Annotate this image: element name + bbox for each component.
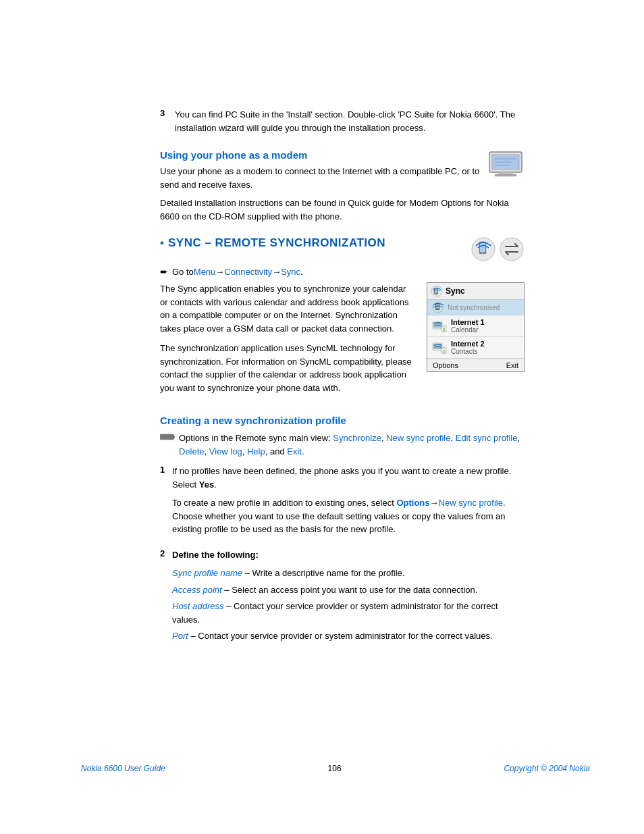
create-section: Creating a new synchronization profile O…: [160, 415, 525, 646]
phone-title: Sync: [446, 286, 465, 296]
phone-internet1-svg: ↕: [432, 319, 447, 333]
create-step1-text: If no profiles have been defined, the ph…: [172, 465, 525, 542]
options-line-text: Options in the Remote sync main view: Sy…: [179, 432, 525, 458]
comma2: ,: [450, 433, 455, 443]
phone-options-btn[interactable]: Options: [433, 361, 458, 369]
goto-arrow2: →: [272, 267, 281, 277]
step1-yes: Yes: [199, 479, 214, 490]
page: 3 You can find PC Suite in the 'Install'…: [0, 0, 644, 834]
option-delete[interactable]: Delete: [179, 446, 205, 457]
step-3-text: You can find PC Suite in the 'Install' s…: [175, 108, 525, 134]
goto-period: .: [300, 267, 303, 277]
modem-icon: [487, 149, 525, 181]
phone-row1-icon: [431, 301, 445, 313]
comma6: , and: [265, 446, 288, 457]
options-line: Options in the Remote sync main view: Sy…: [160, 432, 525, 458]
phone-internet2-icon: ↕: [431, 341, 448, 355]
phone-status-row: Not synchronised: [427, 300, 524, 315]
comma3: ,: [517, 433, 520, 443]
content-area: 3 You can find PC Suite in the 'Install'…: [79, 0, 565, 694]
options-period: .: [302, 446, 304, 457]
pencil-icon: [160, 432, 175, 444]
step1-text: If no profiles have been defined, the ph…: [172, 466, 511, 490]
phone-internet1-name: Internet 1: [451, 318, 520, 326]
footer-left: Nokia 6600 User Guide: [81, 764, 165, 773]
phone-internet2-name: Internet 2: [451, 340, 520, 348]
modem-title-col: Using your phone as a modem Use your pho…: [160, 149, 480, 197]
goto-arrow-icon: ➨: [160, 266, 168, 277]
goto-line: ➨ Go to Menu → Connectivity → Sync .: [160, 266, 525, 277]
svg-marker-28: [173, 434, 175, 440]
create-step1-para2: To create a new profile in addition to e…: [172, 496, 525, 536]
options-before: Options in the Remote sync main view:: [179, 433, 333, 443]
field4-dash: –: [188, 631, 198, 641]
option-new-sync[interactable]: New sync profile: [386, 433, 450, 443]
phone-title-row: Sync: [427, 283, 524, 300]
modem-title: Using your phone as a modem: [160, 149, 480, 161]
option-help[interactable]: Help: [247, 446, 265, 457]
field-access-name: Access point: [172, 585, 222, 595]
phone-exit-btn[interactable]: Exit: [506, 361, 518, 369]
field-access-point: Access point – Select an access point yo…: [172, 583, 525, 597]
modem-svg-icon: [487, 149, 525, 179]
create-step2-block: 2 Define the following: Sync profile nam…: [160, 548, 525, 646]
footer: Nokia 6600 User Guide 106 Copyright © 20…: [0, 764, 644, 773]
comma5: ,: [242, 446, 247, 457]
define-list: Sync profile name – Write a descriptive …: [172, 567, 525, 643]
phone-screen: Sync Not synchr: [427, 282, 525, 372]
goto-connectivity-link[interactable]: Connectivity: [224, 267, 272, 277]
svg-text:↕: ↕: [443, 348, 446, 353]
field1-desc: Write a descriptive name for the profile…: [252, 568, 405, 578]
svg-rect-14: [435, 288, 437, 293]
modem-para2: Detailed installation instructions can b…: [160, 197, 525, 223]
phone-internet2-svg: ↕: [432, 341, 447, 355]
modem-header: Using your phone as a modem Use your pho…: [160, 149, 525, 197]
option-viewlog[interactable]: View log: [209, 446, 242, 457]
option-exit[interactable]: Exit: [287, 446, 302, 457]
phone-status-text: Not synchronised: [448, 304, 500, 311]
sync-text-column: The Sync application enables you to sync…: [160, 282, 416, 401]
step1-arrow: →: [430, 498, 439, 508]
comma4: ,: [205, 446, 209, 457]
phone-internet1-sub: Calendar: [451, 326, 520, 334]
field2-desc: Select an access point you want to use f…: [232, 585, 477, 595]
field4-desc: Contact your service provider or system …: [198, 631, 492, 641]
phone-internet2-text: Internet 2 Contacts: [451, 340, 520, 355]
sync-para2: The synchronization application uses Syn…: [160, 342, 416, 394]
phone-internet2-sub: Contacts: [451, 348, 520, 355]
sync-title: SYNC – REMOTE SYNCHRONIZATION: [168, 236, 385, 249]
create-step2-num: 2: [160, 548, 172, 558]
field-host-address: Host address – Contact your service prov…: [172, 600, 525, 626]
pencil-svg: [160, 432, 175, 442]
option-synchronize[interactable]: Synchronize: [333, 433, 381, 443]
svg-rect-27: [161, 435, 173, 439]
svg-text:↕: ↕: [443, 327, 446, 332]
footer-right: Copyright © 2004 Nokia: [504, 764, 590, 773]
create-step1-num: 1: [160, 465, 172, 475]
create-step2-text: Define the following: Sync profile name …: [172, 548, 525, 646]
svg-rect-9: [480, 243, 485, 252]
field2-dash: –: [222, 585, 232, 595]
sync-header: •SYNC – REMOTE SYNCHRONIZATION: [160, 236, 525, 262]
svg-rect-3: [495, 174, 516, 176]
bullet-icon: •: [160, 236, 164, 249]
phone-bottom-bar: Options Exit: [427, 359, 524, 371]
goto-menu-link[interactable]: Menu: [194, 267, 216, 277]
svg-point-11: [500, 238, 523, 261]
field-sync-name: Sync profile name: [172, 568, 242, 578]
step1-newsync-link[interactable]: New sync profile: [439, 498, 503, 508]
sync-icon-1: [471, 236, 496, 262]
modem-para1: Use your phone as a modem to connect to …: [160, 165, 480, 191]
sync-section: •SYNC – REMOTE SYNCHRONIZATION: [160, 236, 525, 401]
option-edit-sync[interactable]: Edit sync profile: [456, 433, 518, 443]
step1-options-link[interactable]: Options: [396, 498, 429, 508]
phone-not-sync: Not synchronised: [448, 304, 500, 311]
sync-icon-2: [499, 236, 525, 262]
goto-sync-link[interactable]: Sync: [281, 267, 300, 277]
phone-internet1-text: Internet 1 Calendar: [451, 318, 520, 334]
step1-period: .: [214, 479, 217, 490]
sync-body: The Sync application enables you to sync…: [160, 282, 525, 401]
step-3-block: 3 You can find PC Suite in the 'Install'…: [160, 108, 525, 134]
step-3-number: 3: [160, 108, 175, 118]
step1-para2-before: To create a new profile in addition to e…: [172, 498, 396, 508]
